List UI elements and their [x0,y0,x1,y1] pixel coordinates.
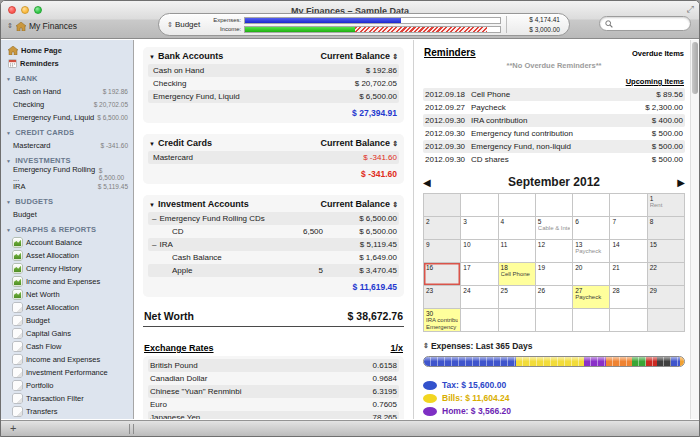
calendar-day[interactable]: 22 [648,263,685,286]
splitter-handle[interactable] [129,424,134,434]
calendar-day[interactable]: 15 [648,240,685,263]
calendar-day[interactable]: 30 IRA contribu Emergency f [424,309,461,332]
calendar-day[interactable]: 13 Paycheck [573,240,610,263]
list-item[interactable]: 2012.09.30 CD shares $ 500.00 [423,153,685,166]
calendar-day[interactable]: 10 [461,240,498,263]
fullscreen-icon[interactable]: ⤢ [687,4,694,15]
calendar-day[interactable]: 6 [573,217,610,240]
calendar-day[interactable] [573,309,610,332]
budget-popup[interactable]: ⇕ Budget Expenses: Income: [158,13,570,36]
calendar-next-icon[interactable]: ▶ [671,177,685,188]
sort-column-header[interactable]: Current Balance⇕ [321,51,398,61]
calendar-day[interactable]: 12 [536,240,573,263]
sidebar-item[interactable]: Emergency Fund Rolling ... $ 6,500.00 [1,167,133,180]
calendar-day[interactable]: 26 [536,286,573,309]
sort-column-header[interactable]: Current Balance⇕ [321,199,398,209]
calendar-day[interactable]: 29 [648,286,685,309]
section-title[interactable]: ▼Investment Accounts [149,199,249,209]
calendar-day[interactable] [461,194,498,217]
calendar-day[interactable] [499,309,536,332]
table-row[interactable]: Euro 0.7605 [148,398,399,411]
sidebar-item[interactable]: Budget [1,314,133,327]
table-row[interactable]: CD 6,500 $ 6,500.00 [148,225,399,238]
sidebar-item[interactable]: VAT/GST [1,418,133,419]
section-title[interactable]: ▼Bank Accounts [149,51,223,61]
calendar-day[interactable]: 7 [610,217,647,240]
table-row[interactable]: Checking $ 20,702.05 [148,77,399,90]
sidebar-item[interactable]: Account Balance [1,236,133,249]
calendar-day[interactable] [573,194,610,217]
calendar-day[interactable]: 8 [648,217,685,240]
sidebar-item[interactable]: Emergency Fund, Liquid $ 6,500.00 [1,111,133,124]
calendar-day[interactable] [648,309,685,332]
sidebar-item[interactable]: Transfers [1,405,133,418]
list-item[interactable]: 2012.09.30 Emergency Fund, non-liquid $ … [423,140,685,153]
table-row[interactable]: British Pound 0.6158 [148,359,399,372]
list-item[interactable]: 2012.09.27 Paycheck $ 2,300.00 [423,101,685,114]
sidebar-item[interactable]: Investment Performance [1,366,133,379]
calendar-day[interactable]: 4 [499,217,536,240]
sidebar-item[interactable]: Transaction Filter [1,392,133,405]
calendar-day[interactable]: 24 [461,286,498,309]
calendar-day[interactable] [536,194,573,217]
list-item[interactable]: 2012.09.30 Emergency fund contribution $… [423,127,685,140]
sidebar-item[interactable]: Cash on Hand $ 192.86 [1,85,133,98]
sidebar-item[interactable]: BANK [1,72,133,85]
sidebar-item[interactable]: CREDIT CARDS [1,126,133,139]
calendar-day[interactable]: 21 [610,263,647,286]
source-popup[interactable]: ⇕ My Finances [7,21,77,31]
sidebar-item[interactable]: Income and Expenses [1,353,133,366]
calendar-day[interactable]: 18 Cell Phone [499,263,536,286]
expenses-chart-title[interactable]: Expenses: Last 365 Days [431,341,533,351]
table-row[interactable]: –IRA $ 5,119.45 [148,238,399,251]
calendar-day[interactable]: 1 Rent [648,194,685,217]
search-input[interactable] [616,19,685,28]
calendar-day[interactable]: 2 [424,217,461,240]
sidebar-item[interactable]: Checking $ 20,702.05 [1,98,133,111]
table-row[interactable]: Japanese Yen 78.265 [148,411,399,419]
sidebar-item[interactable]: Capital Gains [1,327,133,340]
sort-column-header[interactable]: Current Balance⇕ [321,138,398,148]
sidebar-item-reminders[interactable]: Reminders [1,57,133,70]
sidebar-item[interactable]: Portfolio [1,379,133,392]
calendar-day[interactable] [461,309,498,332]
calendar-day[interactable] [536,309,573,332]
exchange-rates-col[interactable]: 1/x [390,343,403,353]
table-row[interactable]: Cash on Hand $ 192.86 [148,64,399,77]
minimize-icon[interactable] [21,6,29,14]
sidebar-item[interactable]: Cash Flow [1,340,133,353]
section-title[interactable]: ▼Credit Cards [149,138,212,148]
calendar-day[interactable] [610,194,647,217]
calendar-day[interactable]: 16 [424,263,461,286]
search-field[interactable] [599,16,691,31]
table-row[interactable]: –Emergency Fund Rolling CDs $ 6,500.00 [148,212,399,225]
calendar-day[interactable]: 17 [461,263,498,286]
sidebar-item[interactable]: Asset Allocation [1,249,133,262]
calendar-day[interactable]: 28 [610,286,647,309]
calendar-day[interactable]: 9 [424,240,461,263]
close-icon[interactable] [8,6,16,14]
sidebar-item[interactable]: Income and Expenses [1,275,133,288]
calendar-day[interactable]: 11 [499,240,536,263]
table-row[interactable]: Chinese "Yuan" Renminbi 6.3195 [148,385,399,398]
sidebar-item[interactable]: Net Worth [1,288,133,301]
calendar-day[interactable] [424,194,461,217]
calendar-day[interactable] [499,194,536,217]
scrollbar[interactable] [690,40,699,419]
table-row[interactable]: Emergency Fund, Liquid $ 6,500.00 [148,90,399,103]
sidebar-item-home-page[interactable]: Home Page [1,44,133,57]
calendar-day[interactable] [610,309,647,332]
calendar-day[interactable]: 5 Cable & Inter [536,217,573,240]
calendar-day[interactable]: 3 [461,217,498,240]
sidebar-item[interactable]: GRAPHS & REPORTS [1,223,133,236]
list-item[interactable]: 2012.09.30 IRA contribution $ 400.00 [423,114,685,127]
sidebar-item[interactable]: Asset Allocation [1,301,133,314]
table-row[interactable]: Canadian Dollar 0.9684 [148,372,399,385]
calendar-day[interactable]: 19 [536,263,573,286]
calendar-day[interactable]: 20 [573,263,610,286]
calendar-day[interactable]: 27 Paycheck [573,286,610,309]
calendar-day[interactable]: 14 [610,240,647,263]
add-button[interactable]: + [1,423,25,434]
calendar-day[interactable]: 25 [499,286,536,309]
sidebar-item[interactable]: Budget [1,208,133,221]
